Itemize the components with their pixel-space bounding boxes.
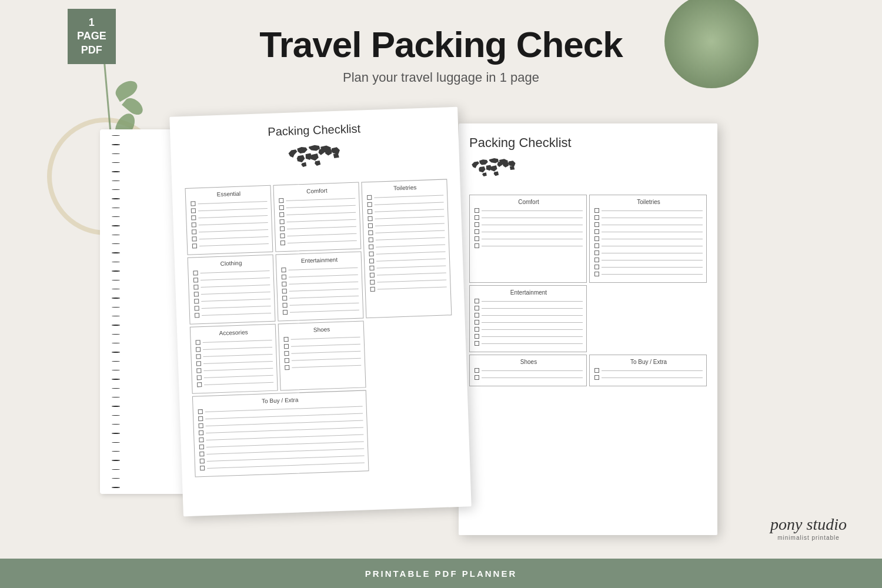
- checklist-grid: Essential Comfort Toiletries: [185, 179, 457, 477]
- check-item: [475, 299, 583, 303]
- check-item: [369, 235, 445, 243]
- check-item: [196, 366, 273, 373]
- check-item: [282, 293, 359, 301]
- check-item: [368, 228, 445, 236]
- check-item: [594, 258, 703, 262]
- world-map-2: [469, 154, 707, 189]
- page2-entertainment-section: Entertainment: [469, 285, 587, 352]
- check-item: [475, 327, 583, 332]
- check-item: [194, 289, 270, 297]
- tobuy-section: To Buy / Extra: [192, 390, 369, 477]
- page2-shoes-section: Shoes: [469, 355, 587, 386]
- check-item: [594, 208, 703, 213]
- check-item: [197, 380, 273, 387]
- check-item: [367, 193, 443, 201]
- logo-area: pony studio minimalist printable: [770, 514, 847, 541]
- page2-tobuy-section: To Buy / Extra: [589, 355, 707, 386]
- check-item: [192, 241, 269, 249]
- check-item: [280, 224, 356, 232]
- check-item: [279, 217, 356, 225]
- page2-shoes-label: Shoes: [475, 359, 583, 365]
- check-item: [369, 249, 445, 257]
- check-item: [196, 338, 272, 345]
- check-item: [279, 196, 355, 203]
- footer: PRINTABLE PDF PLANNER: [0, 559, 882, 588]
- page-badge: 1 PAGE PDF: [68, 9, 116, 64]
- toiletries-label: Toiletries: [367, 183, 443, 193]
- entertainment-label: Entertainment: [281, 256, 358, 265]
- check-item: [594, 368, 703, 373]
- header: 1 PAGE PDF Travel Packing Check Plan you…: [0, 0, 882, 97]
- check-item: [475, 229, 583, 234]
- check-item: [594, 236, 703, 241]
- check-item: [196, 359, 273, 366]
- main-title: Travel Packing Check: [0, 24, 882, 65]
- check-item: [191, 199, 267, 206]
- check-item: [475, 334, 583, 339]
- check-item: [594, 272, 703, 276]
- page2-tobuy-label: To Buy / Extra: [594, 359, 703, 365]
- check-item: [594, 250, 703, 255]
- comfort-label: Comfort: [279, 186, 355, 196]
- check-item: [285, 356, 361, 363]
- check-item: [475, 306, 583, 310]
- check-item: [193, 268, 269, 276]
- logo-brand: pony studio: [770, 514, 847, 534]
- checklist-page-2: Packing Checklist Comfort: [459, 123, 717, 535]
- check-item: [594, 243, 703, 248]
- check-item: [196, 345, 272, 352]
- check-item: [475, 313, 583, 318]
- page2-title: Packing Checklist: [469, 135, 707, 151]
- check-item: [280, 231, 356, 239]
- check-item: [191, 206, 268, 213]
- check-item: [594, 375, 703, 380]
- checklist-page-1: Packing Checklist Essential: [169, 107, 471, 517]
- check-item: [475, 222, 583, 227]
- check-item: [475, 320, 583, 325]
- check-item: [192, 234, 268, 242]
- check-item: [195, 310, 271, 318]
- page2-comfort-label: Comfort: [475, 199, 583, 205]
- check-item: [283, 308, 359, 315]
- check-item: [282, 286, 359, 294]
- check-item: [475, 236, 583, 241]
- logo-tagline: minimalist printable: [770, 534, 847, 541]
- check-item: [475, 375, 583, 380]
- check-item: [370, 277, 446, 285]
- check-item: [279, 210, 356, 218]
- check-item: [284, 342, 360, 349]
- clothing-section: Clothing: [188, 255, 276, 325]
- page2-toiletries-label: Toiletries: [594, 199, 703, 205]
- check-item: [282, 272, 358, 280]
- check-item: [193, 275, 270, 283]
- accessories-label: Accesories: [195, 328, 272, 338]
- check-item: [279, 203, 356, 211]
- check-item: [475, 368, 583, 373]
- check-item: [594, 222, 703, 227]
- check-item: [368, 221, 445, 229]
- shoes-section: Shoes: [278, 320, 366, 390]
- check-item: [475, 243, 583, 248]
- check-item: [370, 270, 446, 278]
- page2-toiletries-section: Toiletries: [589, 195, 707, 283]
- check-item: [282, 300, 359, 308]
- check-item: [594, 229, 703, 234]
- check-item: [370, 284, 447, 292]
- check-item: [192, 227, 268, 235]
- entertainment-section: Entertainment: [276, 252, 364, 322]
- check-item: [193, 282, 270, 290]
- subtitle: Plan your travel luggage in 1 page: [0, 70, 882, 85]
- check-item: [192, 220, 268, 228]
- check-item: [197, 373, 273, 380]
- check-item: [196, 352, 272, 359]
- toiletries-section: Toiletries: [361, 179, 452, 318]
- check-item: [369, 263, 446, 271]
- check-item: [281, 265, 358, 273]
- clothing-label: Clothing: [193, 259, 269, 268]
- spiral-decoration: [112, 135, 120, 488]
- page2-entertainment-label: Entertainment: [475, 289, 583, 296]
- page2-comfort-section: Comfort: [469, 195, 587, 283]
- check-item: [280, 238, 357, 246]
- check-item: [475, 215, 583, 220]
- world-map-icon: [183, 136, 447, 182]
